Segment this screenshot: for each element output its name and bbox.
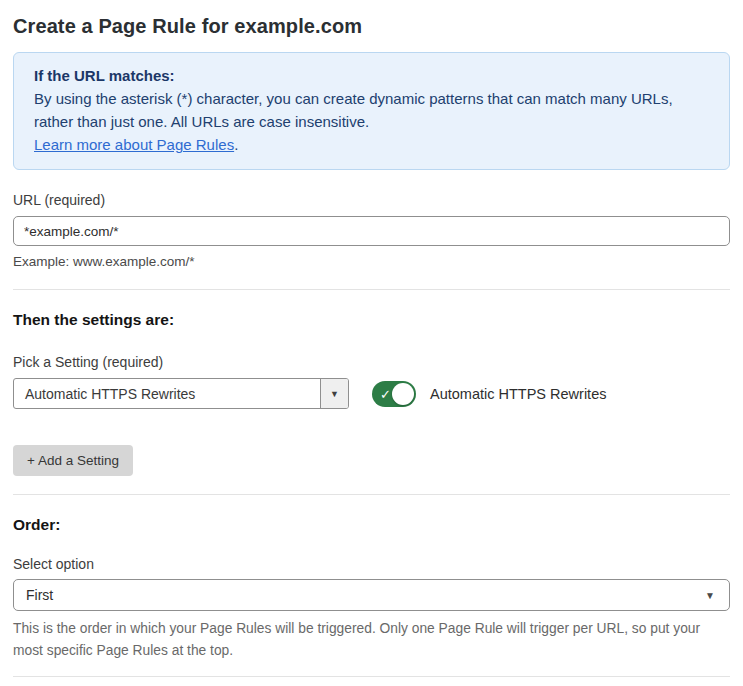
check-icon: ✓ — [380, 387, 391, 400]
order-select-value: First — [26, 587, 53, 603]
toggle-label: Automatic HTTPS Rewrites — [430, 386, 606, 402]
page-title: Create a Page Rule for example.com — [13, 15, 730, 38]
pick-setting-label: Pick a Setting (required) — [13, 354, 730, 370]
chevron-down-icon: ▼ — [705, 590, 715, 601]
info-box-body: By using the asterisk (*) character, you… — [34, 87, 709, 133]
setting-dropdown-value: Automatic HTTPS Rewrites — [14, 379, 320, 408]
link-suffix: . — [234, 136, 238, 153]
toggle-knob — [392, 383, 414, 405]
url-matches-info-box: If the URL matches: By using the asteris… — [13, 52, 730, 170]
order-section-heading: Order: — [13, 516, 730, 534]
url-field-label: URL (required) — [13, 192, 730, 208]
order-select-label: Select option — [13, 556, 730, 572]
info-box-heading: If the URL matches: — [34, 64, 709, 87]
order-select[interactable]: First ▼ — [13, 579, 730, 611]
setting-toggle[interactable]: ✓ — [372, 381, 416, 407]
url-input[interactable] — [13, 216, 730, 246]
info-box-link-line: Learn more about Page Rules. — [34, 133, 709, 156]
dropdown-button[interactable]: ▼ — [320, 379, 348, 408]
learn-more-link[interactable]: Learn more about Page Rules — [34, 136, 234, 153]
settings-section-heading: Then the settings are: — [13, 311, 730, 329]
divider — [13, 289, 730, 290]
add-setting-button[interactable]: + Add a Setting — [13, 445, 133, 476]
url-field-hint: Example: www.example.com/* — [13, 254, 730, 269]
setting-row: Automatic HTTPS Rewrites ▼ ✓ Automatic H… — [13, 378, 730, 409]
order-help-text: This is the order in which your Page Rul… — [13, 618, 730, 662]
divider — [13, 676, 730, 677]
divider — [13, 494, 730, 495]
chevron-down-icon: ▼ — [330, 389, 339, 399]
setting-dropdown[interactable]: Automatic HTTPS Rewrites ▼ — [13, 378, 349, 409]
